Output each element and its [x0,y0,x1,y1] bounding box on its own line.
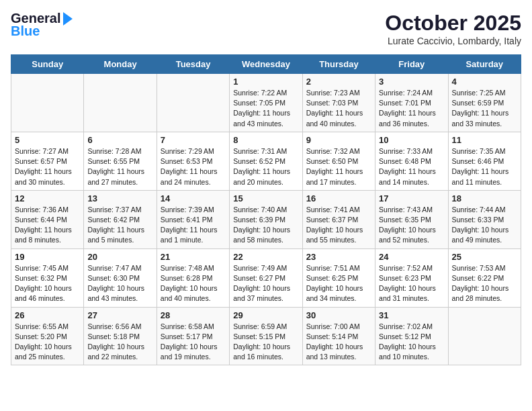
page-header: General Blue October 2025 Lurate Caccivi… [11,11,521,46]
calendar-day-cell: 16Sunrise: 7:41 AM Sunset: 6:37 PM Dayli… [302,190,375,248]
day-number: 2 [306,77,371,87]
day-number: 27 [87,310,152,320]
day-info: Sunrise: 7:32 AM Sunset: 6:50 PM Dayligh… [306,146,371,187]
weekday-header: Tuesday [157,55,229,74]
logo-blue: Blue [11,24,40,39]
day-info: Sunrise: 7:24 AM Sunset: 7:01 PM Dayligh… [379,88,444,129]
day-info: Sunrise: 7:35 AM Sunset: 6:46 PM Dayligh… [452,146,517,187]
day-info: Sunrise: 7:25 AM Sunset: 6:59 PM Dayligh… [452,88,517,129]
day-number: 20 [87,252,152,262]
weekday-header: Friday [375,55,448,74]
calendar-day-cell: 23Sunrise: 7:51 AM Sunset: 6:25 PM Dayli… [302,248,375,307]
day-info: Sunrise: 7:22 AM Sunset: 7:05 PM Dayligh… [233,88,298,129]
calendar-day-cell: 9Sunrise: 7:32 AM Sunset: 6:50 PM Daylig… [302,132,375,190]
day-info: Sunrise: 7:00 AM Sunset: 5:14 PM Dayligh… [306,322,371,363]
day-number: 6 [87,135,152,145]
day-info: Sunrise: 7:48 AM Sunset: 6:28 PM Dayligh… [161,263,226,304]
day-number: 4 [452,77,517,87]
day-number: 17 [379,193,444,203]
day-info: Sunrise: 7:41 AM Sunset: 6:37 PM Dayligh… [306,205,371,246]
day-number: 10 [379,135,444,145]
day-number: 19 [15,252,80,262]
day-number: 30 [306,310,371,320]
day-number: 23 [306,252,371,262]
day-info: Sunrise: 7:53 AM Sunset: 6:22 PM Dayligh… [452,263,517,304]
day-number: 16 [306,193,371,203]
day-number: 15 [233,193,298,203]
day-number: 7 [161,135,226,145]
calendar-day-cell: 13Sunrise: 7:37 AM Sunset: 6:42 PM Dayli… [84,190,157,248]
calendar-day-cell: 6Sunrise: 7:28 AM Sunset: 6:55 PM Daylig… [84,132,157,190]
calendar-day-cell: 7Sunrise: 7:29 AM Sunset: 6:53 PM Daylig… [157,132,229,190]
day-info: Sunrise: 7:29 AM Sunset: 6:53 PM Dayligh… [161,146,226,187]
calendar-header-row: SundayMondayTuesdayWednesdayThursdayFrid… [11,55,521,74]
calendar-day-cell: 20Sunrise: 7:47 AM Sunset: 6:30 PM Dayli… [84,248,157,307]
calendar-day-cell [11,74,84,132]
day-info: Sunrise: 7:52 AM Sunset: 6:23 PM Dayligh… [379,263,444,304]
calendar-day-cell: 21Sunrise: 7:48 AM Sunset: 6:28 PM Dayli… [157,248,229,307]
day-info: Sunrise: 7:33 AM Sunset: 6:48 PM Dayligh… [379,146,444,187]
day-info: Sunrise: 7:39 AM Sunset: 6:41 PM Dayligh… [161,205,226,246]
day-number: 28 [161,310,226,320]
day-info: Sunrise: 7:43 AM Sunset: 6:35 PM Dayligh… [379,205,444,246]
day-info: Sunrise: 7:27 AM Sunset: 6:57 PM Dayligh… [15,146,80,187]
day-number: 8 [233,135,298,145]
day-info: Sunrise: 7:37 AM Sunset: 6:42 PM Dayligh… [87,205,152,246]
day-info: Sunrise: 7:36 AM Sunset: 6:44 PM Dayligh… [15,205,80,246]
day-number: 18 [452,193,517,203]
calendar-day-cell: 22Sunrise: 7:49 AM Sunset: 6:27 PM Dayli… [230,248,302,307]
calendar-day-cell: 18Sunrise: 7:44 AM Sunset: 6:33 PM Dayli… [448,190,521,248]
calendar-day-cell: 29Sunrise: 6:59 AM Sunset: 5:15 PM Dayli… [230,307,302,365]
day-info: Sunrise: 6:58 AM Sunset: 5:17 PM Dayligh… [161,322,226,363]
calendar-day-cell: 11Sunrise: 7:35 AM Sunset: 6:46 PM Dayli… [448,132,521,190]
logo-arrow-icon [63,12,73,26]
day-number: 3 [379,77,444,87]
title-block: October 2025 Lurate Caccivio, Lombardy, … [385,11,521,46]
day-info: Sunrise: 6:55 AM Sunset: 5:20 PM Dayligh… [15,322,80,363]
calendar-week-row: 26Sunrise: 6:55 AM Sunset: 5:20 PM Dayli… [11,307,521,365]
calendar-week-row: 1Sunrise: 7:22 AM Sunset: 7:05 PM Daylig… [11,74,521,132]
calendar-day-cell: 30Sunrise: 7:00 AM Sunset: 5:14 PM Dayli… [302,307,375,365]
calendar-day-cell: 27Sunrise: 6:56 AM Sunset: 5:18 PM Dayli… [84,307,157,365]
day-info: Sunrise: 7:45 AM Sunset: 6:32 PM Dayligh… [15,263,80,304]
calendar-day-cell: 25Sunrise: 7:53 AM Sunset: 6:22 PM Dayli… [448,248,521,307]
calendar-day-cell: 24Sunrise: 7:52 AM Sunset: 6:23 PM Dayli… [375,248,448,307]
weekday-header: Wednesday [230,55,302,74]
calendar-day-cell: 15Sunrise: 7:40 AM Sunset: 6:39 PM Dayli… [230,190,302,248]
day-number: 26 [15,310,80,320]
calendar-week-row: 5Sunrise: 7:27 AM Sunset: 6:57 PM Daylig… [11,132,521,190]
calendar-day-cell: 10Sunrise: 7:33 AM Sunset: 6:48 PM Dayli… [375,132,448,190]
day-info: Sunrise: 7:49 AM Sunset: 6:27 PM Dayligh… [233,263,298,304]
day-number: 21 [161,252,226,262]
day-info: Sunrise: 7:40 AM Sunset: 6:39 PM Dayligh… [233,205,298,246]
day-info: Sunrise: 7:31 AM Sunset: 6:52 PM Dayligh… [233,146,298,187]
day-number: 31 [379,310,444,320]
month-title: October 2025 [385,11,521,36]
day-info: Sunrise: 7:23 AM Sunset: 7:03 PM Dayligh… [306,88,371,129]
logo: General Blue [11,11,73,39]
day-info: Sunrise: 6:59 AM Sunset: 5:15 PM Dayligh… [233,322,298,363]
weekday-header: Sunday [11,55,84,74]
day-number: 14 [161,193,226,203]
calendar-week-row: 12Sunrise: 7:36 AM Sunset: 6:44 PM Dayli… [11,190,521,248]
calendar-day-cell: 5Sunrise: 7:27 AM Sunset: 6:57 PM Daylig… [11,132,84,190]
day-number: 24 [379,252,444,262]
calendar-day-cell: 12Sunrise: 7:36 AM Sunset: 6:44 PM Dayli… [11,190,84,248]
day-info: Sunrise: 7:02 AM Sunset: 5:12 PM Dayligh… [379,322,444,363]
calendar-day-cell [157,74,229,132]
calendar-day-cell: 2Sunrise: 7:23 AM Sunset: 7:03 PM Daylig… [302,74,375,132]
calendar-day-cell: 8Sunrise: 7:31 AM Sunset: 6:52 PM Daylig… [230,132,302,190]
calendar-day-cell: 1Sunrise: 7:22 AM Sunset: 7:05 PM Daylig… [230,74,302,132]
day-info: Sunrise: 7:44 AM Sunset: 6:33 PM Dayligh… [452,205,517,246]
location-subtitle: Lurate Caccivio, Lombardy, Italy [385,36,521,46]
day-info: Sunrise: 7:47 AM Sunset: 6:30 PM Dayligh… [87,263,152,304]
day-number: 29 [233,310,298,320]
day-number: 1 [233,77,298,87]
calendar-day-cell: 19Sunrise: 7:45 AM Sunset: 6:32 PM Dayli… [11,248,84,307]
calendar-week-row: 19Sunrise: 7:45 AM Sunset: 6:32 PM Dayli… [11,248,521,307]
calendar-day-cell: 26Sunrise: 6:55 AM Sunset: 5:20 PM Dayli… [11,307,84,365]
day-info: Sunrise: 6:56 AM Sunset: 5:18 PM Dayligh… [87,322,152,363]
day-number: 25 [452,252,517,262]
day-number: 12 [15,193,80,203]
calendar-day-cell: 28Sunrise: 6:58 AM Sunset: 5:17 PM Dayli… [157,307,229,365]
